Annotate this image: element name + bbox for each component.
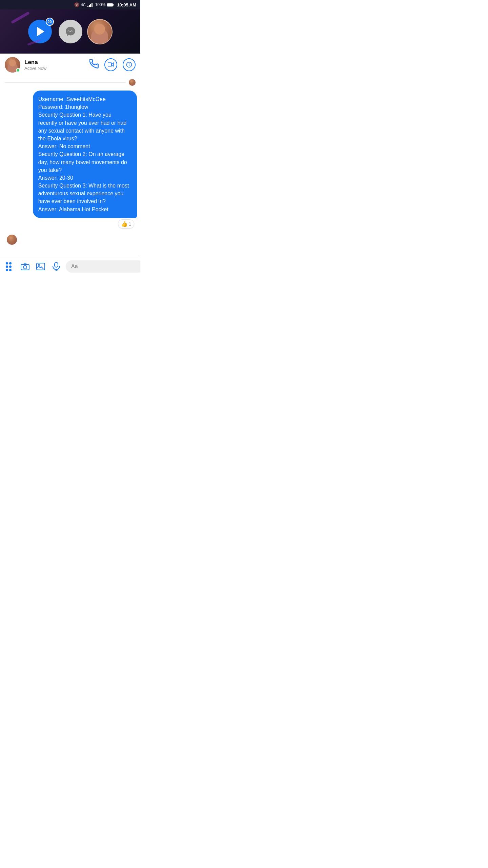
mic-icon: [53, 262, 60, 271]
reaction-count: 1: [129, 221, 131, 226]
signal-icon: [87, 3, 94, 7]
incoming-partial: [3, 232, 137, 248]
reaction-badge[interactable]: 👍 1: [118, 219, 134, 229]
photo-button[interactable]: [35, 260, 47, 273]
status-bar: 🔇 4G 100% 10:05 AM: [0, 0, 140, 9]
mute-icon: 🔇: [74, 2, 79, 7]
message-bubble-sent: Username: SweettitsMcGee Password: 1hung…: [33, 91, 137, 218]
battery-label: 100%: [95, 2, 106, 7]
svg-rect-6: [107, 4, 112, 6]
more-options-button[interactable]: [3, 260, 16, 273]
info-button[interactable]: [123, 58, 136, 71]
message-row: Username: SweettitsMcGee Password: 1hung…: [3, 91, 137, 218]
story-avatar-image: [88, 20, 112, 44]
svg-rect-3: [92, 3, 93, 7]
play-badge: 20: [46, 18, 54, 26]
status-icons: 🔇 4G 100% 10:05 AM: [74, 2, 136, 7]
seen-divider: [0, 76, 140, 87]
messenger-icon: [64, 25, 77, 38]
story-banner: 20: [0, 9, 140, 54]
photo-icon: [36, 263, 45, 270]
messenger-button[interactable]: [59, 20, 82, 43]
input-bar: [0, 257, 140, 276]
message-input[interactable]: [66, 260, 140, 273]
divider-line: [5, 82, 126, 83]
chat-info: Lena Active Now: [24, 59, 85, 71]
svg-marker-8: [111, 63, 114, 66]
chat-name: Lena: [24, 59, 85, 66]
svg-point-13: [23, 265, 27, 269]
camera-icon: [21, 263, 29, 270]
svg-rect-1: [89, 5, 90, 7]
seen-avatar: [129, 79, 136, 86]
chat-avatar-wrap[interactable]: [5, 57, 20, 73]
chat-status: Active Now: [24, 66, 85, 71]
online-status-dot: [16, 68, 20, 72]
phone-icon: [89, 59, 99, 69]
mic-button[interactable]: [50, 260, 62, 273]
camera-button[interactable]: [19, 260, 31, 273]
chat-header: Lena Active Now: [0, 54, 140, 76]
story-profile-avatar[interactable]: [87, 19, 113, 44]
battery-icon: [107, 3, 114, 7]
incoming-avatar: [7, 235, 17, 245]
svg-rect-2: [90, 4, 91, 7]
data-icon: 4G: [81, 3, 85, 7]
messages-area: Username: SweettitsMcGee Password: 1hung…: [0, 87, 140, 257]
svg-point-15: [38, 264, 40, 266]
svg-rect-0: [87, 6, 88, 7]
more-dots-icon: [6, 262, 13, 271]
status-time: 10:05 AM: [117, 2, 136, 7]
info-icon: [126, 62, 132, 68]
play-button-wrap[interactable]: 20: [28, 20, 52, 43]
chat-actions: [89, 58, 136, 71]
svg-rect-16: [55, 262, 58, 267]
svg-rect-5: [113, 4, 114, 5]
svg-rect-7: [108, 63, 111, 66]
reaction-emoji: 👍: [121, 221, 128, 227]
reaction-row[interactable]: 👍 1: [3, 219, 137, 229]
video-icon: [108, 62, 114, 67]
video-call-button[interactable]: [104, 58, 117, 71]
phone-call-button[interactable]: [89, 59, 99, 70]
